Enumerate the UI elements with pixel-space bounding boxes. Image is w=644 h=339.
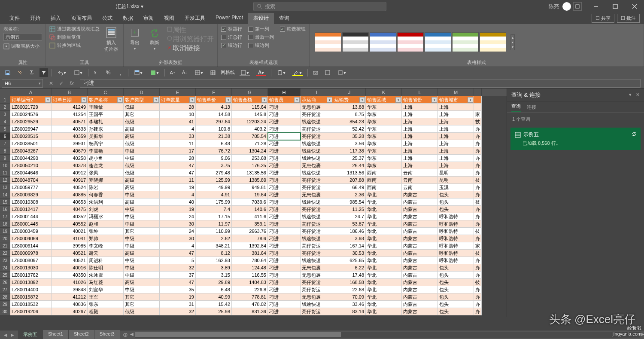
insert-slicer[interactable]: 插入 切片器 — [102, 26, 120, 53]
cell[interactable]: 华北 — [366, 191, 402, 199]
cell[interactable]: 上海 — [402, 118, 438, 125]
sheet-nav-next[interactable]: ▶ — [9, 333, 15, 337]
cell[interactable]: 呼和浩特 — [438, 250, 474, 257]
cell[interactable]: LZ80018532 — [10, 301, 52, 308]
column-header-J[interactable]: J — [333, 89, 366, 96]
cell[interactable]: 中级 — [124, 286, 160, 293]
increase-font[interactable]: A↑ — [168, 68, 177, 77]
check-header-row[interactable]: 标题行 — [221, 26, 242, 32]
check-banded-rows[interactable]: 镶边行 — [221, 42, 242, 49]
check-banded-cols[interactable]: 镶边列 — [248, 42, 274, 49]
filter-dropdown-icon[interactable]: ▾ — [294, 97, 300, 103]
cell[interactable]: 28 — [160, 155, 196, 162]
formula-input[interactable]: 刁进 — [80, 79, 641, 88]
cell[interactable]: 包头 — [438, 279, 474, 286]
cell[interactable]: 呼和浩特 — [438, 242, 474, 250]
open-in-browser[interactable]: 用浏览器打开 — [167, 35, 214, 44]
cell[interactable]: 朱洪利 — [88, 199, 124, 206]
cell[interactable]: 176.25 — [232, 162, 268, 169]
minimize-button[interactable] — [586, 0, 605, 13]
cell[interactable]: 西南 — [366, 184, 402, 191]
cell[interactable]: 上海 — [402, 162, 438, 169]
table-column-header[interactable]: 销售金额▾ — [232, 96, 268, 104]
currency-button[interactable]: ¥ — [92, 68, 100, 77]
cell[interactable]: 程毅 — [88, 308, 124, 315]
cell[interactable]: 4.13 — [196, 104, 232, 111]
cell[interactable]: 赵和 — [88, 220, 124, 228]
cell[interactable]: 高级 — [124, 279, 160, 286]
cell[interactable]: 上海 — [438, 133, 474, 140]
cell[interactable]: 刁进 — [268, 169, 301, 177]
table-column-header[interactable]: 订单数量▾ — [160, 96, 196, 104]
cell[interactable]: 华东 — [366, 140, 402, 147]
row-header[interactable]: 1 — [0, 96, 10, 104]
cell[interactable]: 3.89 — [196, 264, 232, 272]
cell[interactable]: 刁进 — [268, 228, 301, 235]
cell[interactable]: 内蒙古 — [402, 191, 438, 199]
cell[interactable]: LZ80012417 — [10, 206, 52, 213]
cell[interactable]: 7039.6 — [232, 199, 268, 206]
cell[interactable]: 780.64 — [232, 257, 268, 264]
macros-button[interactable]: ▾ — [335, 68, 348, 77]
cell[interactable]: 玉溪 — [438, 184, 474, 191]
cell[interactable]: 40912 — [52, 169, 88, 177]
cell[interactable]: 低级 — [124, 162, 160, 169]
cell[interactable]: LZ80013762 — [10, 272, 52, 279]
cell-styles[interactable]: ▾ — [148, 68, 161, 77]
filter-dropdown-icon[interactable]: ▾ — [153, 97, 159, 103]
cell[interactable]: 中级 — [124, 155, 160, 162]
cell[interactable]: 冯丽冰 — [88, 213, 124, 220]
ribbon-tab-视图[interactable]: 视图 — [159, 12, 179, 24]
cell[interactable]: 亮仔货运 — [301, 308, 333, 315]
cell[interactable]: 3.56 — [333, 140, 366, 147]
cell[interactable]: 25.98 — [196, 308, 232, 315]
cell[interactable]: 张坤 — [88, 228, 124, 235]
row-header[interactable]: 23 — [0, 257, 10, 264]
cell[interactable]: 125.99 — [196, 177, 232, 184]
cell[interactable]: 4 — [160, 242, 196, 250]
filter-dropdown-icon[interactable]: ▾ — [261, 97, 267, 103]
cell[interactable]: 上海 — [402, 111, 438, 118]
cell[interactable]: 无患包裹 — [301, 293, 333, 301]
cell[interactable]: 包头 — [438, 199, 474, 206]
ribbon-tab-表设计[interactable]: 表设计 — [248, 12, 274, 24]
table-column-header[interactable]: 销售城市▾ — [438, 96, 474, 104]
enter-formula[interactable]: ✓ — [57, 79, 66, 88]
cell[interactable]: 中级 — [124, 264, 160, 272]
cell[interactable]: 刁进 — [268, 279, 301, 286]
cell[interactable]: 上海 — [402, 104, 438, 111]
sheet-tab-示例五[interactable]: 示例五 — [18, 330, 43, 339]
cell[interactable]: 吴振华 — [88, 133, 124, 140]
paste-button[interactable]: ▾ — [275, 68, 288, 77]
cell[interactable]: 100.8 — [196, 125, 232, 133]
cell[interactable]: 3.75 — [196, 162, 232, 169]
cell[interactable]: LZ80006978 — [10, 250, 52, 257]
row-header[interactable]: 29 — [0, 301, 10, 308]
table-column-header[interactable]: 客户类型▾ — [124, 96, 160, 104]
cell[interactable]: 41026 — [52, 279, 88, 286]
cell[interactable]: 内蒙古 — [402, 272, 438, 279]
cell[interactable]: 40521 — [52, 257, 88, 264]
cell[interactable]: 上海 — [438, 155, 474, 162]
cell[interactable]: 无患包裹 — [301, 272, 333, 279]
cell[interactable]: 高级 — [124, 199, 160, 206]
cell[interactable]: 41249 — [52, 104, 88, 111]
row-header[interactable]: 19 — [0, 228, 10, 235]
filter-dropdown-icon[interactable]: ▾ — [117, 97, 123, 103]
cell[interactable]: 30 — [160, 235, 196, 242]
cell[interactable]: LZ80050210 — [10, 162, 52, 169]
cell[interactable]: 7.4 — [196, 206, 232, 213]
cell[interactable]: 刁进 — [268, 162, 301, 169]
tab-queries[interactable]: 查询 — [511, 103, 521, 112]
cell[interactable]: 内蒙古 — [402, 264, 438, 272]
pane-close-icon[interactable]: ✕ — [636, 92, 640, 98]
export-button[interactable]: 导出▾ — [127, 26, 143, 52]
cell[interactable]: 40352 — [52, 213, 88, 220]
filter-dropdown-icon[interactable]: ▾ — [189, 97, 195, 103]
column-header-F[interactable]: F — [196, 89, 232, 96]
cell[interactable]: 低级 — [124, 169, 160, 177]
summarize-pivot[interactable]: 通过数据透视表汇总 — [49, 26, 100, 32]
highlight-button[interactable]: ▾ — [291, 68, 304, 77]
cell[interactable]: 831.36 — [232, 308, 268, 315]
cell[interactable]: LZ80001445 — [10, 220, 52, 228]
